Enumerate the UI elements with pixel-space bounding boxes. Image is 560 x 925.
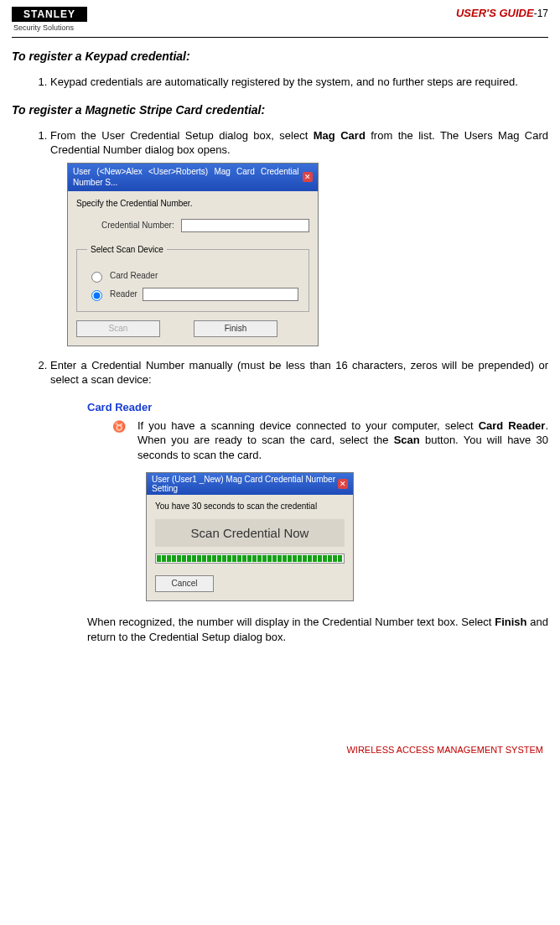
cr-pre: If you have a scanning device connected … [137, 419, 479, 432]
close-icon[interactable]: ✕ [303, 172, 313, 182]
dialog2-titlebar[interactable]: User (User1 _New) Mag Card Credential Nu… [147, 473, 353, 495]
card-reader-heading: Card Reader [87, 401, 548, 413]
page-header: STANLEY Security Solutions USER'S GUIDE-… [12, 7, 548, 35]
dialog-credential-number: User (<New>Alex <User>Roberts) Mag Card … [67, 163, 319, 346]
progress-fill [157, 555, 343, 562]
section-title-keypad: To register a Keypad credential: [12, 49, 548, 63]
brand-logo: STANLEY Security Solutions [12, 7, 87, 32]
page-number: 17 [537, 8, 548, 19]
scan-button[interactable]: Scan [76, 320, 160, 337]
dialog2-body: You have 30 seconds to scan the credenti… [147, 495, 353, 600]
post-bold: Finish [495, 616, 526, 628]
keypad-step-1: Keypad credentials are automatically reg… [50, 75, 548, 90]
guide-title: USER'S GUIDE-17 [456, 7, 548, 19]
mag-step-2: Enter a Credential Number manually (must… [50, 358, 548, 387]
reader-select[interactable] [143, 288, 298, 301]
post-pre: When recognized, the number will display… [87, 616, 495, 628]
dialog-scan-now: User (User1 _New) Mag Card Credential Nu… [146, 472, 354, 601]
dialog1-button-row: Scan Finish [76, 320, 309, 337]
scan-device-fieldset: Select Scan Device Card Reader Reader [76, 244, 309, 312]
mag-step-1-pre: From the User Credential Setup dialog bo… [50, 129, 314, 142]
footer-text: WIRELESS ACCESS MANAGEMENT SYSTEM [12, 745, 548, 755]
close-icon[interactable]: ✕ [338, 479, 348, 489]
mag-list: From the User Credential Setup dialog bo… [12, 128, 548, 387]
post-scan-text: When recognized, the number will display… [87, 615, 548, 644]
cancel-button[interactable]: Cancel [155, 575, 214, 592]
radio-card-reader-label: Card Reader [110, 270, 158, 282]
keypad-list: Keypad credentials are automatically reg… [12, 75, 548, 90]
scan-device-legend: Select Scan Device [87, 244, 167, 256]
mag-step-1: From the User Credential Setup dialog bo… [50, 128, 548, 346]
brand-name: STANLEY [12, 7, 87, 22]
finish-button[interactable]: Finish [194, 320, 277, 337]
header-rule [12, 37, 548, 38]
credential-number-label: Credential Number: [101, 220, 174, 231]
credential-number-input[interactable] [181, 219, 309, 232]
guide-label: USER'S GUIDE [456, 7, 534, 19]
cr-bold1: Card Reader [479, 419, 546, 432]
scan-banner: Scan Credential Now [155, 519, 345, 547]
dialog1-title: User (<New>Alex <User>Roberts) Mag Card … [73, 166, 299, 189]
dialog2-title: User (User1 _New) Mag Card Credential Nu… [152, 475, 338, 493]
brand-subtitle: Security Solutions [12, 22, 87, 32]
radio-card-reader-row: Card Reader [87, 269, 298, 283]
radio-reader-label: Reader [110, 288, 137, 300]
card-reader-bullet: ♉ If you have a scanning device connecte… [112, 418, 548, 463]
dialog2-button-row: Cancel [155, 575, 345, 592]
section-title-mag: To register a Magnetic Stripe Card crede… [12, 103, 548, 117]
bullet-icon: ♉ [112, 418, 126, 463]
dialog1-instruction: Specify the Credential Number. [76, 198, 309, 210]
radio-reader-row: Reader [87, 288, 298, 301]
dialog1-titlebar[interactable]: User (<New>Alex <User>Roberts) Mag Card … [68, 164, 318, 191]
card-reader-bullet-text: If you have a scanning device connected … [137, 418, 548, 463]
progress-bar [155, 553, 345, 564]
radio-reader[interactable] [91, 290, 102, 301]
mag-step-1-bold: Mag Card [314, 129, 366, 142]
dialog1-body: Specify the Credential Number. Credentia… [68, 191, 318, 346]
page: STANLEY Security Solutions USER'S GUIDE-… [0, 0, 560, 772]
credential-number-row: Credential Number: [101, 219, 309, 232]
mag-step-2-text: Enter a Credential Number manually (must… [50, 359, 548, 387]
dialog2-instruction: You have 30 seconds to scan the credenti… [155, 501, 345, 511]
cr-bold2: Scan [394, 434, 420, 446]
radio-card-reader[interactable] [91, 272, 102, 283]
